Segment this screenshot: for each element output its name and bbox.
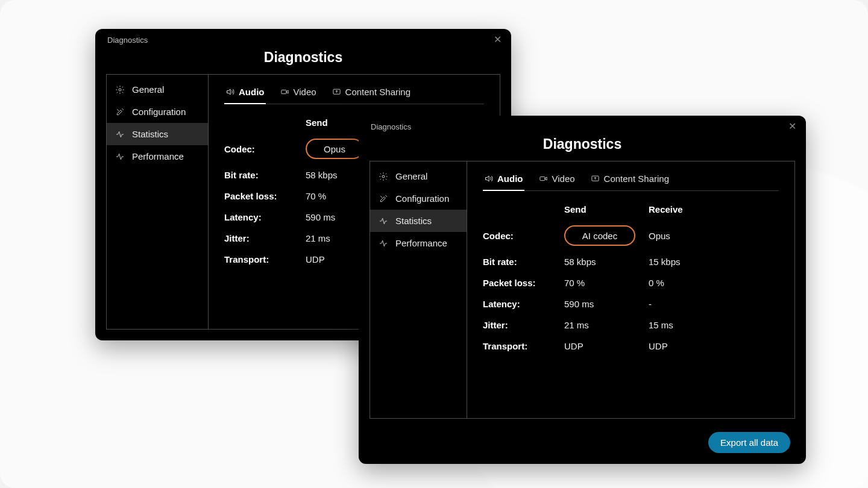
row-label-latency: Latency: bbox=[224, 212, 306, 222]
svg-rect-1 bbox=[281, 90, 286, 93]
codec-send-value: AI codec bbox=[564, 225, 649, 246]
svg-rect-4 bbox=[539, 177, 544, 180]
row-label-packetloss: Packet loss: bbox=[224, 191, 306, 201]
sidebar-item-label: Configuration bbox=[395, 193, 449, 204]
tab-content-sharing[interactable]: Content Sharing bbox=[331, 83, 412, 104]
media-tabs: Audio Video Content Sharing bbox=[224, 83, 484, 104]
stats-table: Send Receive Codec: AI codec Opus Bit ra… bbox=[483, 204, 779, 351]
speaker-icon bbox=[484, 174, 493, 183]
sidebar-item-label: Configuration bbox=[132, 107, 186, 117]
tab-label: Audio bbox=[239, 87, 265, 97]
video-icon bbox=[539, 174, 548, 183]
sidebar: General Configuration Statistics Perform… bbox=[107, 75, 209, 329]
transport-receive-value: UDP bbox=[649, 341, 721, 351]
activity-icon bbox=[379, 239, 388, 248]
dialog-footer: Export all data bbox=[359, 430, 806, 464]
codec-highlight: AI codec bbox=[564, 225, 635, 246]
tab-label: Video bbox=[552, 174, 575, 184]
activity-icon bbox=[379, 216, 388, 226]
transport-send-value: UDP bbox=[564, 341, 649, 351]
tab-label: Audio bbox=[497, 174, 523, 184]
codec-receive-value: Opus bbox=[649, 231, 721, 241]
activity-icon bbox=[115, 152, 125, 161]
dialog-titlebar: Diagnostics ✕ bbox=[95, 29, 511, 47]
tab-audio[interactable]: Audio bbox=[224, 83, 266, 104]
activity-icon bbox=[115, 130, 125, 139]
bitrate-send-value: 58 kbps bbox=[564, 257, 649, 267]
sidebar-item-label: Performance bbox=[395, 238, 447, 248]
row-label-transport: Transport: bbox=[483, 341, 564, 351]
share-screen-icon bbox=[591, 174, 600, 183]
sidebar-item-label: General bbox=[132, 84, 164, 95]
dialog-titlebar-text: Diagnostics bbox=[107, 36, 148, 45]
row-label-codec: Codec: bbox=[483, 231, 564, 241]
row-label-bitrate: Bit rate: bbox=[224, 170, 306, 180]
packetloss-send-value: 70 % bbox=[564, 278, 649, 288]
sidebar-item-label: Statistics bbox=[395, 216, 432, 226]
jitter-send-value: 21 ms bbox=[564, 320, 649, 330]
dialog-titlebar: Diagnostics ✕ bbox=[359, 116, 806, 134]
tab-label: Content Sharing bbox=[345, 87, 410, 97]
sidebar-item-performance[interactable]: Performance bbox=[370, 232, 467, 254]
sidebar-item-label: Performance bbox=[132, 151, 184, 161]
sidebar: General Configuration Statistics Perform… bbox=[370, 161, 467, 418]
diagnostics-dialog-after: Diagnostics ✕ Diagnostics General Config… bbox=[359, 116, 806, 464]
sidebar-item-label: Statistics bbox=[132, 129, 168, 139]
sidebar-item-statistics[interactable]: Statistics bbox=[107, 123, 208, 145]
packetloss-receive-value: 0 % bbox=[649, 278, 721, 288]
tab-content-sharing[interactable]: Content Sharing bbox=[590, 170, 670, 191]
latency-send-value: 590 ms bbox=[564, 299, 649, 309]
content-area: Audio Video Content Sharing Send Receive bbox=[467, 161, 794, 418]
sidebar-item-statistics[interactable]: Statistics bbox=[370, 210, 467, 232]
col-send: Send bbox=[564, 204, 649, 214]
row-label-transport: Transport: bbox=[224, 254, 306, 264]
jitter-receive-value: 15 ms bbox=[649, 320, 721, 330]
tools-icon bbox=[115, 107, 125, 117]
share-screen-icon bbox=[332, 87, 341, 96]
codec-highlight: Opus bbox=[306, 139, 363, 159]
dialog-heading: Diagnostics bbox=[95, 49, 511, 66]
video-icon bbox=[280, 87, 289, 96]
latency-receive-value: - bbox=[649, 299, 721, 309]
gear-icon bbox=[115, 85, 125, 95]
row-label-bitrate: Bit rate: bbox=[483, 257, 564, 267]
tab-video[interactable]: Video bbox=[279, 83, 318, 104]
tab-video[interactable]: Video bbox=[538, 170, 576, 191]
close-icon[interactable]: ✕ bbox=[494, 35, 502, 45]
media-tabs: Audio Video Content Sharing bbox=[483, 170, 779, 191]
sidebar-item-general[interactable]: General bbox=[107, 78, 208, 101]
sidebar-item-performance[interactable]: Performance bbox=[107, 145, 208, 167]
close-icon[interactable]: ✕ bbox=[788, 122, 796, 131]
sidebar-item-general[interactable]: General bbox=[370, 165, 467, 187]
tab-audio[interactable]: Audio bbox=[483, 170, 524, 191]
row-label-packetloss: Packet loss: bbox=[483, 278, 564, 288]
svg-point-0 bbox=[119, 89, 121, 91]
sidebar-item-label: General bbox=[395, 171, 427, 181]
svg-point-3 bbox=[382, 175, 385, 178]
bitrate-receive-value: 15 kbps bbox=[649, 257, 721, 267]
dialog-titlebar-text: Diagnostics bbox=[371, 122, 411, 131]
sidebar-item-configuration[interactable]: Configuration bbox=[107, 101, 208, 123]
export-all-data-button[interactable]: Export all data bbox=[708, 432, 790, 453]
row-label-latency: Latency: bbox=[483, 299, 564, 309]
row-label-jitter: Jitter: bbox=[224, 233, 306, 243]
dialog-heading: Diagnostics bbox=[359, 136, 806, 152]
dialog-panel: General Configuration Statistics Perform… bbox=[370, 161, 795, 419]
col-receive: Receive bbox=[649, 204, 721, 214]
tools-icon bbox=[379, 194, 388, 204]
tab-label: Video bbox=[294, 87, 316, 97]
row-label-jitter: Jitter: bbox=[483, 320, 564, 330]
gear-icon bbox=[379, 172, 388, 181]
speaker-icon bbox=[225, 87, 234, 96]
row-label-codec: Codec: bbox=[224, 144, 306, 154]
tab-label: Content Sharing bbox=[604, 174, 669, 184]
sidebar-item-configuration[interactable]: Configuration bbox=[370, 187, 467, 210]
